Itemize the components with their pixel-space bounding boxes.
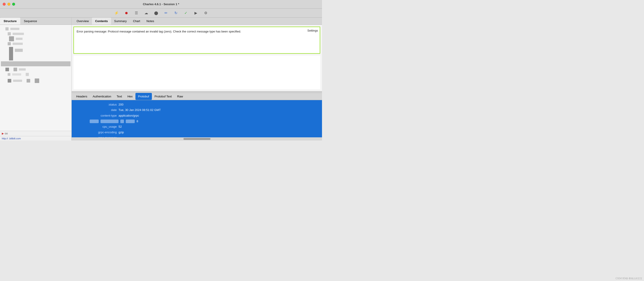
data-key: grpc-encoding	[81, 130, 117, 135]
left-rows	[0, 25, 72, 85]
data-key: grpc-message	[81, 136, 117, 137]
cloud-icon[interactable]: ☁	[144, 10, 149, 16]
left-content	[0, 25, 72, 131]
settings-button[interactable]: Settings	[307, 29, 318, 32]
tab-headers[interactable]: Headers	[74, 93, 90, 100]
lines-icon[interactable]: ☰	[134, 10, 139, 16]
list-item[interactable]	[1, 67, 70, 72]
footer-link-area: http:// .bilibili.com	[0, 136, 72, 141]
main-layout: Structure Sequence	[0, 18, 322, 141]
tab-structure[interactable]: Structure	[0, 18, 20, 25]
data-row-status: :status 200	[72, 102, 322, 108]
data-row-blurred: 8	[72, 119, 322, 124]
tab-raw[interactable]: Raw	[174, 93, 186, 100]
data-row-cpu: cpu_usage 52	[72, 124, 322, 130]
data-key: date	[81, 108, 117, 113]
refresh-icon[interactable]: ↻	[173, 10, 179, 16]
arrow-icon: ▶	[2, 132, 4, 135]
close-button[interactable]	[3, 3, 6, 6]
scrollbar-thumb[interactable]	[184, 138, 210, 140]
top-tabs: Overview Contents Summary Chart Notes	[72, 18, 322, 25]
selected-row[interactable]	[1, 61, 70, 66]
list-item[interactable]	[1, 42, 70, 46]
tab-notes[interactable]: Notes	[143, 18, 157, 25]
data-value: Tue, 30 Jan 2024 08:51:02 GMT	[118, 108, 161, 113]
data-row-date: date Tue, 30 Jan 2024 08:51:02 GMT	[72, 107, 322, 113]
tab-chart[interactable]: Chart	[130, 18, 143, 25]
toolbar: ⚡ ⏺ ☰ ☁ ⬤ ✏ ↻ ✓ ▶ ⚙	[0, 9, 322, 18]
data-key: :status	[81, 102, 117, 107]
record-icon[interactable]: ⏺	[124, 10, 129, 16]
tab-authentication[interactable]: Authentication	[90, 93, 114, 100]
footer-text: oo	[5, 132, 8, 135]
titlebar: Charles 4.6.1 - Session 1 *	[0, 0, 322, 9]
tab-protobuf-text[interactable]: Protobuf Text	[152, 93, 174, 100]
lightning-icon[interactable]: ⚡	[114, 10, 119, 16]
left-panel: Structure Sequence	[0, 18, 72, 141]
data-value: 52	[118, 125, 122, 129]
data-value: gzip	[118, 130, 124, 135]
window-title: Charles 4.6.1 - Session 1 *	[143, 3, 179, 6]
data-key: cpu_usage	[81, 125, 117, 129]
data-value: 200	[118, 102, 124, 107]
tab-sequence[interactable]: Sequence	[20, 18, 41, 25]
bottom-tabs: Headers Authentication Text Hex Protobuf…	[72, 93, 322, 100]
list-item[interactable]	[9, 47, 70, 61]
arrow-right-icon[interactable]: ▶	[193, 10, 198, 16]
scrollbar-area	[72, 137, 322, 141]
data-row-grpc-encoding: grpc-encoding gzip	[72, 130, 322, 135]
data-value: application/grpc	[118, 113, 139, 118]
data-content: :status 200 date Tue, 30 Jan 2024 08:51:…	[72, 100, 322, 138]
check-icon[interactable]: ✓	[183, 10, 188, 16]
error-area: Error parsing message: Protocol message …	[74, 27, 320, 54]
footer-link[interactable]: http:// .bilibili.com	[2, 137, 21, 140]
tab-contents[interactable]: Contents	[92, 18, 111, 25]
data-key: content-type	[81, 113, 117, 118]
list-item[interactable]	[1, 72, 70, 77]
error-content-area	[74, 56, 320, 89]
maximize-button[interactable]	[12, 3, 15, 6]
minimize-button[interactable]	[8, 3, 10, 6]
pen-icon[interactable]: ✏	[163, 10, 169, 16]
left-footer: ▶ oo	[0, 131, 72, 136]
panel-separator	[72, 91, 322, 93]
tab-protobuf[interactable]: Protobuf	[136, 93, 152, 100]
right-panel: Overview Contents Summary Chart Notes Er…	[72, 18, 322, 141]
list-item[interactable]	[1, 37, 70, 41]
error-message: Error parsing message: Protocol message …	[76, 29, 317, 34]
list-item[interactable]	[1, 32, 70, 36]
circle-icon[interactable]: ⬤	[154, 10, 159, 16]
left-tabs: Structure Sequence	[0, 18, 72, 25]
right-panel-inner: Error parsing message: Protocol message …	[72, 25, 322, 141]
data-row-grpc-message: grpc-message	[72, 135, 322, 137]
window-controls	[3, 3, 15, 6]
tab-text[interactable]: Text	[114, 93, 125, 100]
data-row-content-type: content-type application/grpc	[72, 113, 322, 119]
list-item[interactable]	[1, 27, 70, 31]
tab-hex[interactable]: Hex	[124, 93, 135, 100]
tab-overview[interactable]: Overview	[74, 18, 92, 25]
gear-icon[interactable]: ⚙	[203, 10, 208, 16]
list-item[interactable]	[1, 79, 70, 83]
tab-summary[interactable]: Summary	[111, 18, 130, 25]
